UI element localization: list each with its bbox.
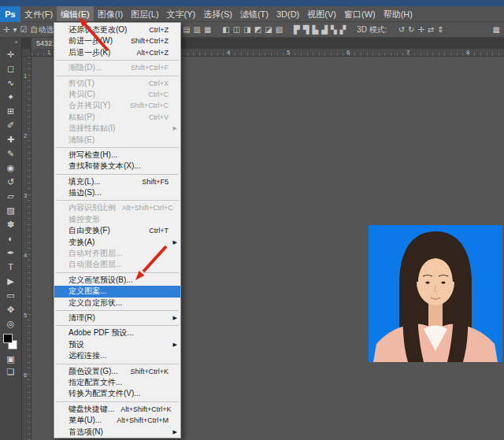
- menu-layer[interactable]: 图层(L): [127, 6, 162, 21]
- menu-item-transform[interactable]: 变换(A) ▶: [54, 237, 180, 248]
- menu-item-define-custom-shape[interactable]: 定义自定形状...: [54, 298, 180, 309]
- align-panel-icon[interactable]: ▥: [193, 22, 200, 38]
- distribute-top-edges-icon[interactable]: ▛: [294, 22, 300, 38]
- 3d-roll-icon[interactable]: ↻: [408, 22, 414, 38]
- dropdown-caret-icon[interactable]: ▾: [13, 22, 17, 38]
- distribute-right-edges-icon[interactable]: ▞: [340, 22, 346, 38]
- menu-item-remote-connections[interactable]: 远程连接...: [54, 350, 180, 361]
- menu-item-auto-blend-layers[interactable]: 自动混合图层...: [54, 259, 180, 270]
- menu-item-preferences[interactable]: 首选项(N) ▶: [54, 427, 180, 438]
- show-transform-controls-icon[interactable]: ▤: [183, 22, 190, 38]
- menu-select[interactable]: 选择(S): [199, 6, 236, 21]
- lasso-tool-icon[interactable]: ∿: [0, 76, 21, 90]
- zoom-tool-icon[interactable]: ◎: [0, 316, 21, 331]
- menu-view[interactable]: 视图(V): [303, 6, 340, 21]
- type-tool-icon[interactable]: T: [0, 260, 21, 274]
- gradient-tool-icon[interactable]: ▨: [0, 203, 21, 217]
- 3d-orbit-icon[interactable]: ↺: [398, 22, 405, 38]
- collapse-panel-icon[interactable]: «: [0, 38, 21, 47]
- menu-item-menus[interactable]: 菜单(U)... Alt+Shift+Ctrl+M: [54, 415, 180, 426]
- quick-mask-icon[interactable]: ▣: [0, 353, 21, 365]
- brush-tool-icon[interactable]: ✎: [0, 146, 21, 161]
- align-horizontal-centers-icon[interactable]: ◫: [233, 22, 240, 38]
- menu-file[interactable]: 文件(F): [20, 6, 57, 21]
- dodge-tool-icon[interactable]: ◐: [0, 231, 21, 246]
- photo-eye-right: [441, 281, 445, 283]
- menu-item-copy-merged[interactable]: 合并拷贝(Y) Shift+Ctrl+C: [54, 100, 180, 111]
- move-tool-preset-icon[interactable]: ✛: [3, 22, 9, 38]
- clone-stamp-tool-icon[interactable]: ◉: [0, 161, 21, 175]
- blur-tool-icon[interactable]: ✽: [0, 217, 21, 231]
- hand-tool-icon[interactable]: ✥: [0, 302, 21, 316]
- menu-item-define-pattern[interactable]: 定义图案...: [54, 286, 180, 297]
- distribute-vertical-centers-icon[interactable]: ▜: [303, 22, 309, 38]
- menu-item-purge[interactable]: 清理(R) ▶: [54, 312, 180, 324]
- menu-type[interactable]: 文字(Y): [163, 6, 200, 21]
- shape-tool-icon[interactable]: ▭: [0, 288, 21, 302]
- eraser-tool-icon[interactable]: ▱: [0, 189, 21, 203]
- align-bottom-edges-icon[interactable]: ▧: [276, 22, 283, 38]
- menu-image[interactable]: 图像(I): [94, 6, 127, 21]
- marquee-tool-icon[interactable]: ◻: [0, 61, 21, 76]
- healing-brush-tool-icon[interactable]: ✚: [0, 132, 21, 146]
- menu-filter[interactable]: 滤镜(T): [236, 6, 272, 21]
- menu-item-assign-profile[interactable]: 指定配置文件...: [54, 377, 180, 388]
- menu-item-fill[interactable]: 填充(L)... Shift+F5: [54, 176, 180, 187]
- history-brush-tool-icon[interactable]: ↺: [0, 175, 21, 189]
- menu-help[interactable]: 帮助(H): [380, 6, 417, 21]
- menu-item-copy[interactable]: 拷贝(C) Ctrl+C: [54, 89, 180, 100]
- menu-item-step-forward[interactable]: 前进一步(W) Shift+Ctrl+Z: [54, 35, 180, 46]
- ruler-corner: [22, 49, 32, 57]
- vertical-ruler[interactable]: 123456: [22, 57, 32, 440]
- menu-item-check-spelling[interactable]: 拼写检查(H)...: [54, 150, 180, 161]
- align-vertical-centers-icon[interactable]: ◪: [265, 22, 272, 38]
- align-right-edges-icon[interactable]: ◨: [243, 22, 250, 38]
- align-left-edges-icon[interactable]: ◧: [222, 22, 229, 38]
- menu-item-color-settings[interactable]: 颜色设置(G)... Shift+Ctrl+K: [54, 366, 180, 377]
- menu-item-content-aware-scale[interactable]: 内容识别比例 Alt+Shift+Ctrl+C: [54, 202, 180, 213]
- eyedropper-tool-icon[interactable]: ✐: [0, 118, 21, 132]
- screen-mode-icon[interactable]: ❏: [0, 365, 21, 378]
- menu-3d[interactable]: 3D(D): [272, 6, 303, 21]
- path-selection-tool-icon[interactable]: ▶: [0, 274, 21, 288]
- distribute-left-edges-icon[interactable]: ▟: [321, 22, 328, 38]
- tool-list: ✛◻∿✦⊞✐✚✎◉↺▱▨✽◐✒T▶▭✥◎: [0, 47, 21, 331]
- distribute-bottom-edges-icon[interactable]: ▙: [312, 22, 318, 38]
- photoshop-logo: Ps: [0, 6, 20, 22]
- menu-item-convert-to-profile[interactable]: 转换为配置文件(V)...: [54, 388, 180, 399]
- photo-eye-left: [425, 281, 429, 283]
- menu-edit[interactable]: 编辑(E): [57, 6, 94, 21]
- 3d-scale-icon[interactable]: ⇕: [437, 22, 443, 38]
- align-top-edges-icon[interactable]: ◩: [254, 22, 261, 38]
- menu-item-clear[interactable]: 清除(E): [54, 135, 180, 146]
- menu-item-step-backward[interactable]: 后退一步(K) Alt+Ctrl+Z: [54, 47, 180, 58]
- menu-item-fade[interactable]: 渐隐(D)... Shift+Ctrl+F: [54, 62, 180, 73]
- menu-item-undo-state-change[interactable]: 还原状态更改(O) Ctrl+Z: [54, 24, 180, 35]
- menu-item-define-brush-preset[interactable]: 定义画笔预设(B)...: [54, 275, 180, 286]
- menu-item-stroke[interactable]: 描边(S)...: [54, 187, 180, 198]
- grid-options-icon[interactable]: ▦: [204, 22, 211, 38]
- auto-select-checkbox-icon[interactable]: ☑: [20, 22, 27, 38]
- menu-item-cut[interactable]: 剪切(T) Ctrl+X: [54, 78, 180, 89]
- move-tool-icon[interactable]: ✛: [0, 47, 21, 61]
- 3d-slide-icon[interactable]: ⇄: [428, 22, 434, 38]
- 3d-drag-icon[interactable]: ✛: [417, 22, 424, 38]
- crop-tool-icon[interactable]: ⊞: [0, 104, 21, 118]
- menu-item-auto-align-layers[interactable]: 自动对齐图层...: [54, 248, 180, 259]
- workspace-switcher-icon[interactable]: ▦: [493, 22, 500, 38]
- menu-item-paste[interactable]: 粘贴(P) Ctrl+V: [54, 112, 180, 123]
- menu-item-free-transform[interactable]: 自由变换(F) Ctrl+T: [54, 225, 180, 236]
- id-photo[interactable]: [369, 225, 502, 362]
- menu-item-puppet-warp[interactable]: 操控变形: [54, 214, 180, 225]
- menu-item-find-and-replace-text[interactable]: 查找和替换文本(X)...: [54, 161, 180, 172]
- menu-item-presets[interactable]: 预设 ▶: [54, 339, 180, 350]
- foreground-color-swatch[interactable]: [3, 334, 13, 343]
- menu-window[interactable]: 窗口(W): [340, 6, 380, 21]
- menu-item-adobe-pdf-presets[interactable]: Adobe PDF 预设...: [54, 327, 180, 338]
- window-titlebar: [0, 0, 504, 6]
- distribute-horizontal-centers-icon[interactable]: ▚: [331, 22, 337, 38]
- menu-item-paste-special[interactable]: 选择性粘贴(I) ▶: [54, 123, 180, 134]
- quick-selection-tool-icon[interactable]: ✦: [0, 90, 21, 104]
- pen-tool-icon[interactable]: ✒: [0, 246, 21, 260]
- menu-item-keyboard-shortcuts[interactable]: 键盘快捷键... Alt+Shift+Ctrl+K: [54, 404, 180, 415]
